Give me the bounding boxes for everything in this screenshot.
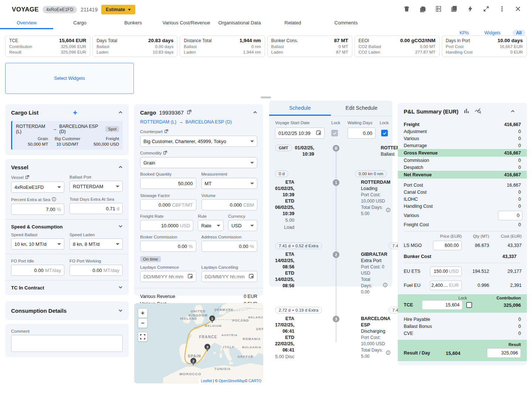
chevron-down-icon[interactable] <box>118 308 123 314</box>
tab-organisational-data[interactable]: Organisational Data <box>213 17 266 29</box>
commodity-label: Commodity <box>140 150 257 156</box>
days-extra-input[interactable]: 0.71d <box>70 203 123 214</box>
stop-time-line: ETD 06/02/25, 10:39 <box>275 198 294 217</box>
caret-down-icon <box>57 186 61 188</box>
tce-input[interactable]: 15,604 <box>422 300 462 310</box>
external-link-icon[interactable] <box>187 109 192 116</box>
tab-related[interactable]: Related <box>266 17 319 29</box>
speed-laden-select[interactable]: 8 kn, 8 MT/d <box>70 238 123 250</box>
commodity-select[interactable]: Grain <box>140 157 257 168</box>
tab-cargo[interactable]: Cargo <box>53 17 106 29</box>
percent-extra-input[interactable]: 7.00% <box>11 204 64 215</box>
delete-icon[interactable] <box>403 5 410 13</box>
laydays-cancelling-input[interactable] <box>201 271 258 282</box>
more-options-icon[interactable] <box>498 5 506 13</box>
kpi-title: Days in Port <box>446 38 470 43</box>
pnl-row-demurrage: Demurrage0 <box>398 142 527 149</box>
chevron-up-icon[interactable] <box>511 108 515 115</box>
comment-textarea[interactable] <box>11 335 123 352</box>
map-zoom-in-button[interactable]: + <box>138 308 148 318</box>
fullscreen-icon[interactable] <box>482 5 490 13</box>
leaflet-link[interactable]: Leaflet <box>201 379 212 383</box>
fuel-label: EU ETS <box>404 269 426 274</box>
pnl-various-input[interactable]: 0 <box>498 211 522 220</box>
tab-overview[interactable]: Overview <box>0 17 53 29</box>
cargo-list-item[interactable]: ROTTERDAM (L) → BARCELONA ESP (D) Spot G… <box>11 121 123 150</box>
fo-port-idle-input[interactable]: 0.00MT/day <box>11 265 64 276</box>
fuel-price-input[interactable]: 600.00 <box>433 241 462 250</box>
waiting-days-lock-checkbox[interactable] <box>381 130 388 136</box>
bunker-col-header: Qty (MT) <box>462 234 489 238</box>
external-link-icon[interactable] <box>164 129 169 134</box>
volume-input[interactable]: 0.000CBM <box>201 199 258 210</box>
vessel-id-badge: 4xRoEeE1FD <box>43 6 77 13</box>
estimate-button[interactable]: Estimate <box>101 5 135 14</box>
fuel-price-input[interactable]: 2,400....EUR <box>430 281 462 290</box>
map-zoom-out-button[interactable]: − <box>138 318 148 328</box>
currency-select[interactable]: USD <box>228 220 257 231</box>
freight-rate-input[interactable]: 10.0000USD <box>140 220 193 231</box>
fuel-price-input[interactable]: 150.00USD <box>430 267 462 276</box>
voyage-start-lock-checkbox[interactable] <box>331 130 338 136</box>
vessel-select[interactable]: 4xRoEeE1FD <box>11 182 64 193</box>
kpi-sub-row: Port Cost16,667 EUR <box>446 44 523 49</box>
speed-ballast-select[interactable]: 10 kn, 10 MT/d <box>11 238 64 250</box>
chevron-up-icon[interactable] <box>118 164 123 170</box>
route-from-link[interactable]: ROTTERDAM (L) <box>140 119 176 125</box>
export-pdf-icon[interactable]: PDF <box>451 5 458 13</box>
tab-various-cost-revenue[interactable]: Various Cost/Revenue <box>160 17 213 29</box>
carto-link[interactable]: CARTO <box>248 379 261 383</box>
schedule-tab-edit-schedule[interactable]: Edit Schedule <box>331 101 393 116</box>
waiting-days-input[interactable]: 0.00 <box>348 128 376 139</box>
chevron-down-icon[interactable] <box>118 224 123 230</box>
tab-comments[interactable]: Comments <box>319 17 373 29</box>
duplicate-icon[interactable] <box>419 5 426 13</box>
fo-port-working-input[interactable]: 0.00MT/day <box>70 265 123 276</box>
laydays-commence-input[interactable] <box>140 271 196 282</box>
ballast-port-select[interactable]: ROTTERDAM <box>70 181 123 192</box>
kpi-value: 20.83 days <box>148 38 173 43</box>
compare-icon[interactable] <box>435 5 442 13</box>
chevron-down-icon[interactable] <box>118 285 123 291</box>
map-fullscreen-button[interactable] <box>138 332 148 342</box>
external-link-icon[interactable] <box>25 175 30 180</box>
cargo-panel: Cargo 19939367 ROTTERDAM (L) → BARCELONA… <box>134 104 263 296</box>
voyage-map[interactable]: UNITEDKINGDOMIRELANDDENMARKBELARUSPOLAND… <box>134 303 263 383</box>
address-commission-input[interactable]: 0.00% <box>201 241 258 252</box>
rule-select[interactable]: Rate <box>198 220 224 231</box>
osm-link[interactable]: OpenStreetMap <box>219 379 245 383</box>
counterpart-label: Counterpart <box>140 129 257 134</box>
external-link-icon[interactable] <box>163 150 167 156</box>
kpi-sub-value: 87 MT <box>336 50 348 54</box>
add-cargo-icon[interactable]: + <box>73 110 77 115</box>
voyage-start-input[interactable] <box>275 128 325 139</box>
tce-lock-checkbox[interactable] <box>466 302 472 308</box>
broker-commission-input[interactable]: 0.00% <box>140 241 196 252</box>
kpi-sub-value: 0 nm <box>251 44 261 49</box>
calendar-icon[interactable] <box>316 130 321 137</box>
kpi-sub-label: Ballast <box>96 44 109 49</box>
caret-down-icon <box>217 225 220 227</box>
select-widgets-button[interactable]: Select Widgets <box>5 63 134 94</box>
analytics-icon[interactable] <box>475 108 481 115</box>
calendar-icon[interactable] <box>187 273 193 280</box>
map-country-label: GREECE <box>237 355 253 359</box>
vessel-panel-title: Vessel <box>11 164 28 170</box>
measurement-select[interactable]: MT <box>201 178 258 189</box>
quick-actions-icon[interactable] <box>467 5 474 13</box>
panel-resize-handle[interactable] <box>261 96 271 98</box>
pnl-row-value: 16,667 <box>507 183 521 188</box>
chevron-up-icon[interactable] <box>118 109 123 116</box>
route-to-link[interactable]: BARCELONA ESP (D) <box>185 119 232 125</box>
stowage-input[interactable]: 0.000CBFT/MT <box>140 199 196 210</box>
booked-qty-input[interactable]: 50,000 <box>140 178 196 189</box>
schedule-tab-schedule[interactable]: Schedule <box>269 101 331 116</box>
chevron-up-icon[interactable] <box>253 109 257 116</box>
close-icon[interactable] <box>514 5 522 13</box>
tab-bunkers[interactable]: Bunkers <box>106 17 160 29</box>
calendar-icon[interactable] <box>248 273 254 280</box>
kpi-sub-row: Laden10.83 days <box>96 50 173 54</box>
bar-chart-icon[interactable] <box>464 108 470 115</box>
result-input[interactable]: 325,096 <box>487 348 521 358</box>
counterpart-select[interactable]: Big Customer, Charterer, 45999, Tokyo <box>140 136 257 147</box>
